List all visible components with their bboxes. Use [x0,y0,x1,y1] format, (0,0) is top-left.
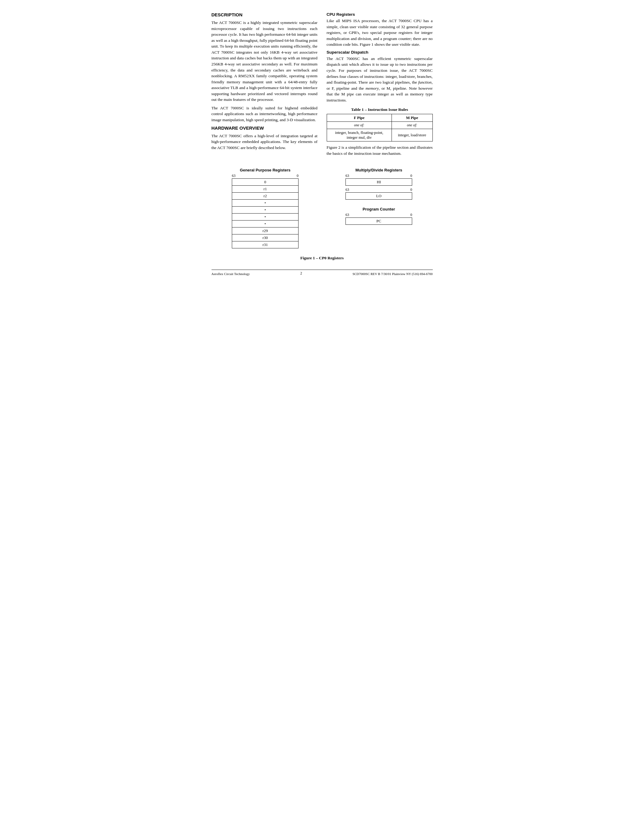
gpr-row-dot2: • [232,207,298,214]
pc-bit-labels: 63 0 [346,213,412,217]
hi-bit-low: 0 [411,174,412,178]
gpr-table: 0 r1 r2 • • • • r29 r30 r31 [232,178,298,248]
pc-bit-low: 0 [411,213,412,217]
footer: Aeroflex Circuit Technology 2 SCD7000SC … [211,270,433,276]
gpr-row-r1: r1 [232,186,298,193]
gpr-title: General Purpose Registers [240,168,291,172]
hi-bit-labels: 63 0 [346,174,412,178]
lo-bit-labels: 63 0 [346,188,412,192]
gpr-row-r2: r2 [232,193,298,199]
figure-caption: Figure 1 – CP0 Registers [211,256,433,261]
description-title: DESCRIPTION [211,12,317,17]
gpr-row-r29: r29 [232,227,298,235]
hardware-overview-para: The ACT 7000SC offers a high-level of in… [211,133,317,151]
gpr-row-r30: r30 [232,235,298,241]
gpr-diagram: General Purpose Registers 63 0 0 r1 r2 •… [211,168,319,248]
cpu-registers-para: Like all MIPS ISA processors, the ACT 70… [327,18,433,48]
gpr-row-dot3: • [232,214,298,220]
hi-bit-high: 63 [346,174,349,178]
description-para-1: The ACT 7000SC is a highly integrated sy… [211,20,317,103]
table-sub-fpipe: one of: [327,122,391,129]
pc-bit-high: 63 [346,213,349,217]
gpr-row-dot1: • [232,199,298,207]
page: DESCRIPTION The ACT 7000SC is a highly i… [211,12,433,276]
lo-table: LO [346,192,412,199]
gpr-row-r31: r31 [232,241,298,248]
table-header-fpipe: F Pipe [327,114,391,122]
superscalar-dispatch-para-1: The ACT 7000SC has an efficient symmetri… [327,56,433,103]
lo-bit-high: 63 [346,188,349,192]
hardware-overview-title: HARDWARE OVERVIEW [211,125,317,130]
hi-label: HI [346,179,412,186]
main-content: DESCRIPTION The ACT 7000SC is a highly i… [211,12,433,159]
instruction-issue-table: F Pipe M Pipe one of: one of: integer, b… [327,114,433,142]
left-column: DESCRIPTION The ACT 7000SC is a highly i… [211,12,317,159]
gpr-bit-high: 63 [232,174,235,178]
table-cell-fpipe: integer, branch, floating-point,integer … [327,129,391,142]
pc-label: PC [346,218,412,225]
table-sub-mpipe: one of: [391,122,433,129]
footer-page-number: 2 [300,271,302,276]
cpu-registers-title: CPU Registers [327,12,433,17]
hi-table: HI [346,178,412,186]
right-diagrams: Multiply/Divide Registers 63 0 HI 63 0 L… [325,168,433,227]
footer-right: SCD7000SC REV B 7/30/01 Plainview NY (51… [353,272,433,276]
lo-label: LO [346,193,412,199]
pc-table: PC [346,217,412,225]
diagram-section: General Purpose Registers 63 0 0 r1 r2 •… [211,168,433,248]
gpr-row-0: 0 [232,179,298,186]
superscalar-dispatch-title: Superscalar Dispatch [327,50,433,55]
footer-left: Aeroflex Circuit Technology [211,272,250,276]
footer-company: Aeroflex Circuit Technology [211,272,250,276]
pc-title: Program Counter [363,207,395,211]
gpr-bit-low: 0 [297,174,298,178]
table-title: Table 1 – Instruction Issue Rules [327,107,433,112]
gpr-bit-labels: 63 0 [232,174,298,178]
md-title: Multiply/Divide Registers [356,168,402,172]
right-column: CPU Registers Like all MIPS ISA processo… [327,12,433,159]
gpr-row-dot4: • [232,220,298,227]
table-cell-mpipe: integer, load/store [391,129,433,142]
description-para-2: The ACT 7000SC is ideally suited for hig… [211,105,317,123]
lo-bit-low: 0 [411,188,412,192]
table-header-mpipe: M Pipe [391,114,433,122]
superscalar-dispatch-para-2: Figure 2 is a simplification of the pipe… [327,145,433,156]
